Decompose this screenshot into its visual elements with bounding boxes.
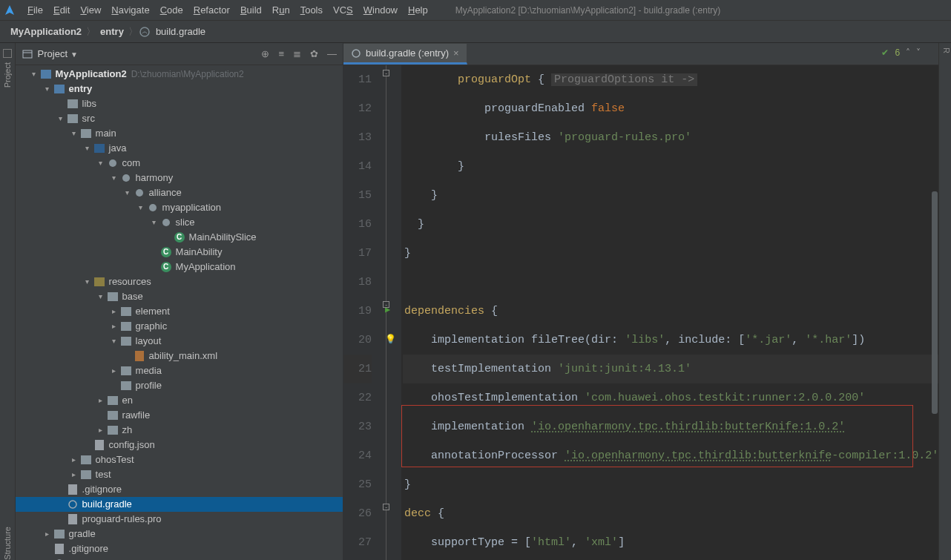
project-tool-label[interactable]: Project [3, 62, 12, 88]
svg-rect-8 [94, 144, 105, 153]
editor-tab-bar: build.gradle (:entry) × [343, 43, 938, 65]
menu-file[interactable]: File [22, 0, 48, 21]
menu-help[interactable]: Help [403, 0, 433, 21]
svg-rect-32 [55, 544, 64, 554]
tree-mainability[interactable]: CMainAbility [16, 245, 343, 260]
svg-rect-30 [68, 514, 77, 524]
tree-graphic[interactable]: ▸graphic [16, 319, 343, 334]
tree-ohostest[interactable]: ▸ohosTest [16, 452, 343, 467]
project-panel-header: Project▼ ⊕ ≡ ≣ ✿ — [16, 43, 343, 65]
project-tool-icon[interactable] [3, 49, 12, 58]
tree-src[interactable]: ▾src [16, 111, 343, 126]
intention-bulb-icon[interactable]: 💡 [385, 334, 396, 345]
right-tool-label[interactable]: R [939, 47, 951, 53]
tree-element[interactable]: ▸element [16, 304, 343, 319]
svg-rect-19 [135, 351, 144, 361]
tree-profile[interactable]: profile [16, 378, 343, 393]
menu-view[interactable]: View [75, 0, 106, 21]
menu-code[interactable]: Code [155, 0, 188, 21]
tree-buildgradle-root[interactable]: build.gradle [16, 556, 343, 560]
tree-media[interactable]: ▸media [16, 363, 343, 378]
fold-toggle[interactable]: - [383, 70, 389, 76]
tree-alliance[interactable]: ▾alliance [16, 185, 343, 200]
svg-rect-22 [108, 396, 118, 405]
editor-body[interactable]: 11 12 13 14 15 16 17 18 19 20 21 22 23 2… [343, 65, 938, 560]
project-panel-title[interactable]: Project▼ [38, 48, 262, 59]
tree-mainabilityslice[interactable]: CMainAbilitySlice [16, 230, 343, 245]
package-icon [159, 218, 173, 227]
menu-refactor[interactable]: Refactor [188, 0, 235, 21]
tree-rawfile[interactable]: rawfile [16, 408, 343, 423]
structure-tool-label[interactable]: Structure [3, 527, 12, 560]
project-tree[interactable]: ▾MyApplication2D:\zhuomian\MyApplication… [16, 65, 343, 560]
tree-slice[interactable]: ▾slice [16, 215, 343, 230]
folder-icon [106, 292, 119, 301]
app-logo-icon [3, 4, 16, 17]
expand-all-icon[interactable]: ≡ [278, 48, 284, 59]
tree-layout[interactable]: ▾layout [16, 334, 343, 349]
close-icon[interactable]: × [453, 47, 459, 59]
select-opened-file-icon[interactable]: ⊕ [261, 48, 269, 59]
package-icon [133, 188, 146, 197]
tree-proguard[interactable]: proguard-rules.pro [16, 512, 343, 527]
editor: build.gradle (:entry) × ✔ 6 ˄ ˅ 11 12 13… [343, 43, 938, 560]
collapse-all-icon[interactable]: ≣ [293, 48, 301, 59]
tree-gitignore-root[interactable]: .gitignore [16, 541, 343, 556]
folder-icon [106, 426, 119, 435]
tree-entry[interactable]: ▾entry [16, 82, 343, 96]
menu-run[interactable]: Run [267, 0, 295, 21]
breadcrumb-module[interactable]: entry [97, 26, 127, 37]
settings-icon[interactable]: ✿ [310, 48, 318, 59]
source-folder-icon [93, 144, 106, 153]
folder-icon [119, 307, 133, 316]
svg-rect-17 [121, 322, 131, 331]
tree-zh[interactable]: ▸zh [16, 423, 343, 438]
fold-gutter[interactable]: ▶ 💡 - - - [379, 65, 401, 560]
tree-root[interactable]: ▾MyApplication2D:\zhuomian\MyApplication… [16, 67, 343, 82]
tree-harmony[interactable]: ▾harmony [16, 171, 343, 185]
menu-edit[interactable]: Edit [48, 0, 75, 21]
menu-build[interactable]: Build [235, 0, 267, 21]
fold-toggle[interactable]: - [383, 504, 389, 510]
menu-navigate[interactable]: Navigate [106, 0, 154, 21]
menu-window[interactable]: Window [358, 0, 403, 21]
chevron-down-icon: ▼ [70, 50, 78, 59]
tree-gitignore[interactable]: .gitignore [16, 482, 343, 497]
tree-en[interactable]: ▸en [16, 393, 343, 408]
class-icon: C [159, 262, 173, 272]
hide-icon[interactable]: — [327, 48, 337, 59]
caret-up-icon[interactable]: ˄ [906, 47, 910, 58]
tree-myapp-class[interactable]: CMyApplication [16, 260, 343, 274]
editor-tab[interactable]: build.gradle (:entry) × [343, 44, 467, 65]
tree-gradle-folder[interactable]: ▸gradle [16, 527, 343, 541]
folder-icon [79, 129, 93, 138]
svg-point-9 [109, 159, 116, 167]
menu-tools[interactable]: Tools [295, 0, 328, 21]
svg-point-29 [69, 501, 76, 508]
tree-libs[interactable]: libs [16, 96, 343, 111]
tree-main[interactable]: ▾main [16, 126, 343, 141]
editor-scrollbar[interactable] [931, 65, 938, 560]
package-icon [106, 159, 119, 168]
breadcrumb-file[interactable]: build.gradle [153, 26, 208, 37]
inspections-widget[interactable]: ✔ 6 ˄ ˅ [881, 47, 921, 58]
tree-buildgradle[interactable]: build.gradle [16, 497, 343, 512]
code-area[interactable]: proguardOpt { ProguardOptions it -> prog… [401, 65, 938, 560]
caret-down-icon[interactable]: ˅ [916, 47, 921, 58]
tree-resources[interactable]: ▾resources [16, 274, 343, 289]
svg-point-11 [136, 189, 143, 197]
tree-java[interactable]: ▾java [16, 141, 343, 156]
tree-myapplication[interactable]: ▾myapplication [16, 200, 343, 215]
fold-toggle[interactable]: - [383, 301, 389, 308]
menu-vcs[interactable]: VCS [328, 0, 358, 21]
svg-rect-31 [54, 530, 65, 538]
tree-config[interactable]: config.json [16, 438, 343, 452]
tree-ability-main[interactable]: ability_main.xml [16, 349, 343, 363]
tree-base[interactable]: ▾base [16, 289, 343, 304]
gradle-icon [139, 27, 150, 37]
tree-com[interactable]: ▾com [16, 156, 343, 171]
breadcrumb-root[interactable]: MyApplication2 [7, 26, 85, 37]
line-number-gutter: 11 12 13 14 15 16 17 18 19 20 21 22 23 2… [343, 65, 379, 560]
tree-test[interactable]: ▸test [16, 467, 343, 482]
svg-rect-28 [68, 484, 77, 495]
